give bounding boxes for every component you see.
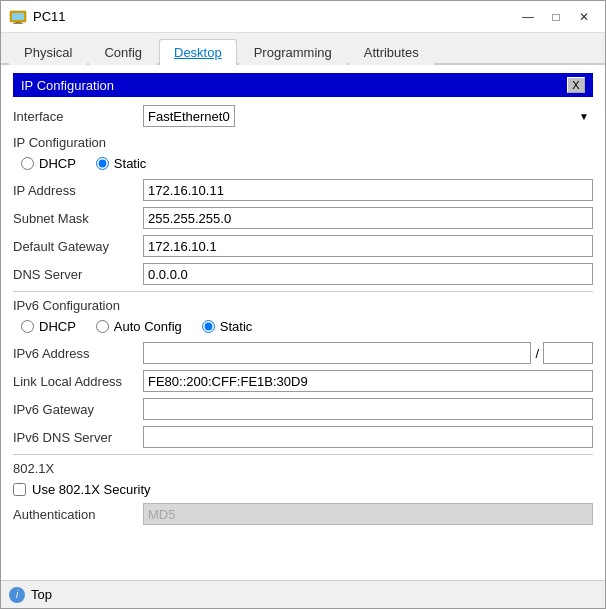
ipv6-autoconfig-label: Auto Config bbox=[114, 319, 182, 334]
maximize-button[interactable]: □ bbox=[543, 6, 569, 28]
divider-2 bbox=[13, 454, 593, 455]
main-window: PC11 — □ ✕ Physical Config Desktop Progr… bbox=[0, 0, 606, 609]
bottom-bar: i Top bbox=[1, 580, 605, 608]
ip-address-row: IP Address bbox=[13, 179, 593, 201]
ipv6-dhcp-radio[interactable] bbox=[21, 320, 34, 333]
ip-config-close-button[interactable]: X bbox=[567, 77, 585, 93]
dot1x-checkbox[interactable] bbox=[13, 483, 26, 496]
ipv4-section-title: IP Configuration bbox=[13, 135, 593, 150]
ipv6-address-row: IPv6 Address / bbox=[13, 342, 593, 364]
interface-dropdown-arrow: ▼ bbox=[579, 111, 589, 122]
auth-select-wrapper: MD5 bbox=[143, 503, 593, 525]
ipv6-static-label: Static bbox=[220, 319, 253, 334]
svg-rect-3 bbox=[13, 23, 23, 24]
ipv6-address-input[interactable] bbox=[143, 342, 531, 364]
ipv6-static-radio[interactable] bbox=[202, 320, 215, 333]
minimize-button[interactable]: — bbox=[515, 6, 541, 28]
default-gateway-label: Default Gateway bbox=[13, 239, 143, 254]
ip-address-label: IP Address bbox=[13, 183, 143, 198]
ip-config-title: IP Configuration bbox=[21, 78, 114, 93]
tab-config[interactable]: Config bbox=[89, 39, 157, 65]
ip-config-header: IP Configuration X bbox=[13, 73, 593, 97]
ip-address-input[interactable] bbox=[143, 179, 593, 201]
subnet-mask-input[interactable] bbox=[143, 207, 593, 229]
ipv6-autoconfig-option[interactable]: Auto Config bbox=[96, 319, 182, 334]
link-local-input[interactable] bbox=[143, 370, 593, 392]
ipv6-dhcp-label: DHCP bbox=[39, 319, 76, 334]
ipv6-dhcp-option[interactable]: DHCP bbox=[21, 319, 76, 334]
ipv6-prefix-input[interactable] bbox=[543, 342, 593, 364]
auth-row: Authentication MD5 bbox=[13, 503, 593, 525]
window-title: PC11 bbox=[33, 9, 515, 24]
ipv4-radio-group: DHCP Static bbox=[21, 156, 593, 171]
title-bar: PC11 — □ ✕ bbox=[1, 1, 605, 33]
ipv6-section-title: IPv6 Configuration bbox=[13, 298, 593, 313]
dns-server-input[interactable] bbox=[143, 263, 593, 285]
tab-programming[interactable]: Programming bbox=[239, 39, 347, 65]
main-content: IP Configuration X Interface FastEtherne… bbox=[1, 65, 605, 608]
dns-server-row: DNS Server bbox=[13, 263, 593, 285]
scroll-area: IP Configuration X Interface FastEtherne… bbox=[1, 65, 605, 580]
dot1x-checkbox-row: Use 802.1X Security bbox=[13, 482, 593, 497]
dot1x-checkbox-label: Use 802.1X Security bbox=[32, 482, 151, 497]
ipv6-address-label: IPv6 Address bbox=[13, 346, 143, 361]
link-local-row: Link Local Address bbox=[13, 370, 593, 392]
ipv6-autoconfig-radio[interactable] bbox=[96, 320, 109, 333]
ipv4-dhcp-label: DHCP bbox=[39, 156, 76, 171]
interface-label: Interface bbox=[13, 109, 143, 124]
ipv4-dhcp-option[interactable]: DHCP bbox=[21, 156, 76, 171]
bottom-bar-icon: i bbox=[9, 587, 25, 603]
default-gateway-input[interactable] bbox=[143, 235, 593, 257]
svg-rect-1 bbox=[12, 13, 24, 20]
ipv6-dns-label: IPv6 DNS Server bbox=[13, 430, 143, 445]
ipv4-static-radio[interactable] bbox=[96, 157, 109, 170]
close-button[interactable]: ✕ bbox=[571, 6, 597, 28]
ipv6-radio-group: DHCP Auto Config Static bbox=[21, 319, 593, 334]
bottom-bar-label: Top bbox=[31, 587, 52, 602]
ipv6-static-option[interactable]: Static bbox=[202, 319, 253, 334]
interface-select-wrapper: FastEthernet0 ▼ bbox=[143, 105, 593, 127]
ipv4-dhcp-radio[interactable] bbox=[21, 157, 34, 170]
subnet-mask-label: Subnet Mask bbox=[13, 211, 143, 226]
ipv6-address-inputs: / bbox=[143, 342, 593, 364]
interface-select[interactable]: FastEthernet0 bbox=[143, 105, 235, 127]
link-local-label: Link Local Address bbox=[13, 374, 143, 389]
default-gateway-row: Default Gateway bbox=[13, 235, 593, 257]
tab-desktop[interactable]: Desktop bbox=[159, 39, 237, 65]
subnet-mask-row: Subnet Mask bbox=[13, 207, 593, 229]
tab-bar: Physical Config Desktop Programming Attr… bbox=[1, 33, 605, 65]
divider-1 bbox=[13, 291, 593, 292]
interface-row: Interface FastEthernet0 ▼ bbox=[13, 105, 593, 127]
ipv6-gateway-input[interactable] bbox=[143, 398, 593, 420]
ipv6-dns-row: IPv6 DNS Server bbox=[13, 426, 593, 448]
ipv6-slash: / bbox=[535, 346, 539, 361]
ipv6-gateway-row: IPv6 Gateway bbox=[13, 398, 593, 420]
auth-label: Authentication bbox=[13, 507, 143, 522]
ipv4-static-label: Static bbox=[114, 156, 147, 171]
ipv4-static-option[interactable]: Static bbox=[96, 156, 147, 171]
tab-attributes[interactable]: Attributes bbox=[349, 39, 434, 65]
auth-select[interactable]: MD5 bbox=[143, 503, 593, 525]
dot1x-section-title: 802.1X bbox=[13, 461, 593, 476]
window-controls: — □ ✕ bbox=[515, 6, 597, 28]
app-icon bbox=[9, 8, 27, 26]
ipv6-dns-input[interactable] bbox=[143, 426, 593, 448]
dns-server-label: DNS Server bbox=[13, 267, 143, 282]
tab-physical[interactable]: Physical bbox=[9, 39, 87, 65]
ipv6-gateway-label: IPv6 Gateway bbox=[13, 402, 143, 417]
